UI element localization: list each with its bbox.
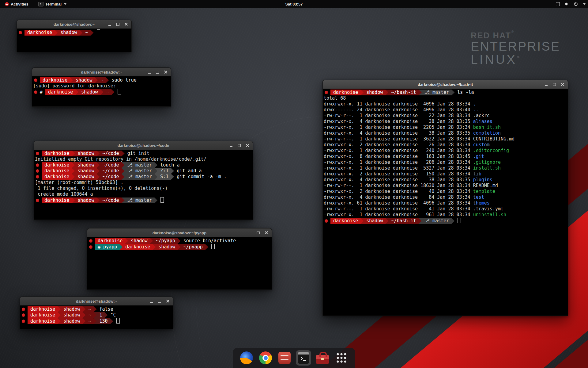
- redhat-prompt-icon: [22, 308, 25, 311]
- titlebar[interactable]: darknoise@shadow:~: [17, 20, 131, 29]
- titlebar[interactable]: darknoise@shadow:~: [20, 297, 173, 306]
- redhat-prompt-icon: [22, 320, 25, 323]
- dock: [233, 348, 355, 368]
- maximize-button[interactable]: [256, 231, 260, 235]
- prompt-segment: darknoise: [40, 77, 73, 83]
- terminal-window-pyapp[interactable]: darknoise@shadow:~/pyapp darknoiseshadow…: [87, 228, 272, 290]
- minimize-button[interactable]: [248, 231, 252, 235]
- close-button[interactable]: [560, 82, 565, 86]
- terminal-text: aliases: [473, 119, 492, 124]
- terminal-text: README.md: [473, 183, 498, 188]
- terminal-line: create mode 100644 a: [35, 191, 252, 197]
- activities-button[interactable]: Activities: [2, 1, 31, 7]
- terminal-line: drwx------. 24 darknoise darknoise 4096 …: [324, 107, 567, 113]
- minimize-button[interactable]: [107, 22, 112, 26]
- terminal-line: -rwxrwxr-x. 1 darknoise darknoise 961 Ja…: [324, 212, 567, 218]
- firefox-icon: [240, 351, 253, 364]
- terminal-text: .: [473, 101, 476, 107]
- terminal-window-code[interactable]: darknoise@shadow:~/code darknoiseshadow~…: [34, 141, 253, 220]
- terminal-content[interactable]: darknoiseshadow~/pyapp source bin/activa…: [87, 237, 272, 289]
- terminal-text: ^C: [108, 312, 116, 318]
- redhat-prompt-icon: [89, 245, 92, 249]
- terminal-text: -rwxrwxr-x. 1 darknoise darknoise 206 Ja…: [324, 159, 473, 165]
- window-selector-icon[interactable]: [556, 2, 560, 6]
- close-button[interactable]: [124, 22, 128, 26]
- redhat-prompt-icon: [36, 152, 39, 155]
- redhat-prompt-icon: [89, 239, 92, 243]
- maximize-button[interactable]: [157, 299, 162, 303]
- terminal-text: .gitignore: [473, 159, 501, 165]
- terminal-line: -rwxrwxr-x. 2 darknoise darknoise 40 Jan…: [324, 189, 567, 194]
- close-button[interactable]: [164, 70, 168, 74]
- terminal-line: -rwxrwxr-x. 1 darknoise darknoise 5327 J…: [324, 165, 567, 171]
- maximize-button[interactable]: [116, 22, 120, 26]
- terminal-window-bash-it[interactable]: darknoise@shadow:~/bash-it darknoiseshad…: [322, 80, 568, 316]
- terminal-window-sudo[interactable]: darknoise@shadow:~ darknoiseshadow~ sudo…: [32, 67, 171, 107]
- terminal-line: darknoiseshadow~/pyapp source bin/activa…: [88, 238, 271, 244]
- dock-item-firefox[interactable]: [239, 350, 254, 366]
- terminal-content[interactable]: darknoiseshadow~: [17, 29, 131, 52]
- dock-item-show-applications[interactable]: [334, 350, 349, 366]
- registered-mark: ®: [511, 30, 514, 33]
- terminal-text: -rwxrwxr-x. 1 darknoise darknoise 2205 J…: [324, 125, 473, 130]
- minimize-button[interactable]: [229, 143, 233, 148]
- file-manager-icon: [278, 352, 291, 364]
- terminal-line: -rw-rw-r--. 1 darknoise darknoise 18630 …: [324, 183, 567, 189]
- maximize-button[interactable]: [237, 143, 241, 148]
- terminal-text: -rw-rw-r--. 1 darknoise darknoise 22 Jan…: [324, 113, 473, 118]
- terminal-text: drwxrwxr-x. 2 darknoise darknoise 150 Ja…: [324, 171, 473, 177]
- maximize-button[interactable]: [552, 82, 556, 86]
- maximize-button[interactable]: [155, 70, 160, 74]
- terminal-text: custom: [473, 142, 490, 148]
- dock-item-files[interactable]: [277, 350, 292, 366]
- terminal-text: -rwxrwxr-x. 1 darknoise darknoise 961 Ja…: [324, 212, 473, 217]
- terminal-content[interactable]: darknoiseshadow~ falsedarknoiseshadow~1 …: [20, 305, 173, 329]
- prompt-segment: darknoise: [42, 162, 75, 168]
- terminal-content[interactable]: darknoiseshadow~/bash-it⎇ master ls -lat…: [323, 89, 568, 316]
- terminal-line: drwxrwxr-x. 4 darknoise darknoise 38 Jan…: [324, 130, 567, 136]
- terminal-text: ls -la: [454, 90, 474, 95]
- terminal-text: bash_it.sh: [473, 125, 501, 130]
- close-button[interactable]: [245, 143, 250, 148]
- prompt-segment: darknoise: [119, 244, 156, 250]
- terminal-line: -rwxrwxr-x. 1 darknoise darknoise 240 Ja…: [324, 148, 567, 154]
- app-menu-terminal[interactable]: Terminal: [36, 1, 69, 7]
- prompt-segment: shadow: [125, 238, 153, 244]
- prompt-segment: shadow: [72, 197, 100, 203]
- terminal-text: template: [473, 189, 495, 194]
- titlebar[interactable]: darknoise@shadow:~/code: [34, 141, 253, 150]
- window-title: darknoise@shadow:~: [81, 70, 122, 75]
- titlebar[interactable]: darknoise@shadow:~: [32, 68, 171, 77]
- terminal-content[interactable]: darknoiseshadow~ sudo true[sudo] passwor…: [32, 76, 171, 106]
- minimize-button[interactable]: [149, 299, 153, 303]
- prompt-segment: ~/code: [96, 197, 124, 203]
- terminal-line: darknoiseshadow~ false: [21, 306, 172, 312]
- dock-item-chrome[interactable]: [258, 350, 273, 366]
- dock-item-terminal[interactable]: [296, 350, 311, 366]
- terminal-line: darknoiseshadow~/code⎇ master touch a: [35, 162, 252, 168]
- close-button[interactable]: [166, 299, 170, 303]
- dock-item-toolbox[interactable]: [315, 350, 330, 366]
- minimize-button[interactable]: [147, 70, 151, 74]
- terminal-text: drwxrwxr-x. 4 darknoise darknoise 38 Jan…: [324, 119, 473, 124]
- terminal-line: drwxrwxr-x. 2 darknoise darknoise 150 Ja…: [324, 171, 567, 177]
- titlebar[interactable]: darknoise@shadow:~/pyapp: [87, 228, 272, 237]
- redhat-prompt-icon: [36, 163, 39, 167]
- titlebar[interactable]: darknoise@shadow:~/bash-it: [323, 80, 568, 89]
- terminal-line: darknoiseshadow~/code git init: [35, 151, 252, 156]
- clock[interactable]: Sat 03:57: [0, 2, 588, 6]
- terminal-text: plugins: [473, 177, 492, 182]
- terminal-window-home-1[interactable]: darknoise@shadow:~ darknoiseshadow~: [17, 20, 132, 52]
- minimize-button[interactable]: [544, 82, 548, 86]
- terminal-content[interactable]: darknoiseshadow~/code git initInitialize…: [34, 150, 253, 220]
- terminal-text: total 68: [324, 95, 346, 101]
- desktop[interactable]: RED HAT® ENTERPRISE LINUX® Activities Te…: [0, 0, 588, 368]
- prompt-segment: darknoise: [42, 168, 75, 174]
- terminal-window-home-2[interactable]: darknoise@shadow:~ darknoiseshadow~ fals…: [20, 297, 173, 329]
- chevron-down-icon[interactable]: [583, 3, 586, 5]
- power-icon[interactable]: [573, 2, 578, 6]
- close-button[interactable]: [264, 231, 269, 235]
- volume-icon[interactable]: [564, 2, 569, 6]
- terminal-line: darknoiseshadow~: [18, 29, 130, 35]
- terminal-text: git commit -a -m .: [174, 174, 227, 179]
